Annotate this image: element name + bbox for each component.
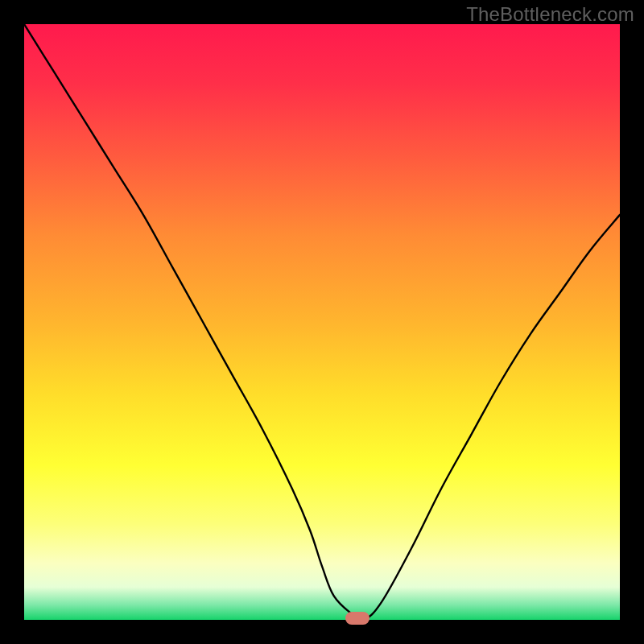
- plot-svg: [24, 24, 620, 620]
- chart-frame: TheBottleneck.com: [0, 0, 644, 644]
- gradient-rect: [24, 24, 620, 620]
- watermark-text: TheBottleneck.com: [466, 3, 634, 26]
- plot-area: [24, 24, 620, 620]
- optimum-marker: [345, 612, 369, 625]
